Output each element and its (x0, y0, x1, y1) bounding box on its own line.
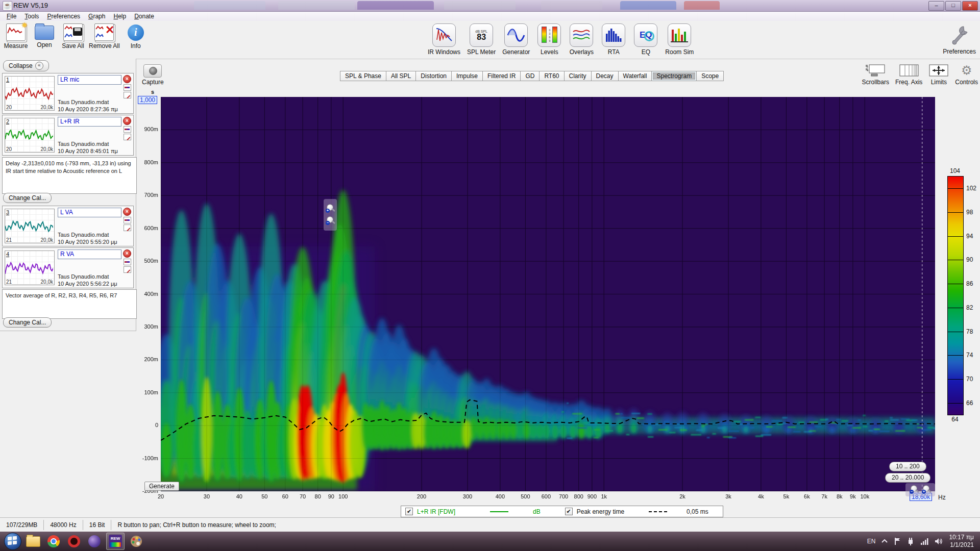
scrollbars-button[interactable]: Scrollbars (862, 64, 889, 86)
menu-donate[interactable]: Donate (131, 12, 158, 20)
taskbar-explorer-button[interactable] (24, 533, 42, 549)
menu-preferences[interactable]: Preferences (43, 12, 84, 20)
colorbar-tick-label: 94 (966, 233, 973, 240)
menu-graph[interactable]: Graph (85, 12, 109, 20)
menu-help[interactable]: Help (110, 12, 130, 20)
network-signal-icon[interactable] (920, 538, 928, 545)
power-plug-icon[interactable] (907, 537, 914, 545)
y-tick-label: 600m (144, 225, 158, 231)
tab-gd[interactable]: GD (521, 71, 540, 81)
colorbar-tick (948, 332, 963, 332)
controls-button[interactable]: ⚙ Controls (955, 64, 978, 86)
measurement-name-field[interactable]: LR mic (58, 75, 121, 85)
tab-spl-phase[interactable]: SPL & Phase (340, 71, 386, 81)
save-all-icon (63, 23, 83, 41)
tab-rt60[interactable]: RT60 (540, 71, 564, 81)
measurement-delete-button[interactable]: × (123, 75, 131, 83)
zoom-out-icon[interactable]: − (910, 485, 919, 494)
zoom-in-icon[interactable]: + (922, 485, 931, 494)
menu-tools[interactable]: Tools (21, 12, 42, 20)
action-center-flag-icon[interactable] (894, 537, 901, 545)
open-folder-icon (35, 26, 54, 40)
range-20-20000-button[interactable]: 20 .. 20.000 (885, 473, 930, 483)
open-button[interactable]: Open (32, 23, 57, 49)
spl-meter-button[interactable]: dB SPL 83 SPL Meter (467, 23, 496, 56)
taskbar-paint-button[interactable] (128, 533, 145, 549)
change-cal-button[interactable]: Change Cal... (3, 317, 52, 328)
measurement-number: 1 (6, 77, 9, 83)
remove-all-button[interactable]: ✕ Remove All (89, 23, 120, 49)
thumb-xmax-label: 20,0k (41, 146, 53, 152)
zoom-out-icon[interactable]: − (326, 216, 335, 226)
clock[interactable]: 10:17 πμ1/1/2021 (949, 534, 974, 549)
levels-button[interactable]: 0369 Levels (536, 23, 562, 56)
eq-button[interactable]: EQ EQ (633, 23, 658, 56)
x-tick-label: 70 (300, 493, 306, 499)
measure-button[interactable]: ✷ Measure (3, 23, 29, 49)
measurement-name-field[interactable]: R VA (58, 249, 121, 259)
rta-button[interactable]: RTA (601, 23, 626, 56)
generator-icon (504, 23, 528, 47)
maximize-button[interactable]: □ (945, 1, 961, 11)
colorbar-max-label: 104 (947, 167, 963, 174)
measurement-card-2[interactable]: 2 20 20,0k L+R IR × Taus Dynaudio.mdat 1… (2, 115, 134, 156)
volume-icon[interactable] (935, 538, 943, 545)
rew-application-window: ☕ REW V5,19 – □ × File Tools Preferences… (0, 0, 980, 551)
tab-clarity[interactable]: Clarity (565, 71, 592, 81)
y-tick-label: 900m (144, 126, 158, 132)
series2-checkbox[interactable]: ✔ (565, 508, 573, 515)
zoom-in-icon[interactable]: + (326, 204, 335, 213)
title-bar[interactable]: ☕ REW V5,19 – □ × (0, 0, 980, 12)
freq-axis-button[interactable]: Freq. Axis (895, 64, 922, 86)
measurement-card-3[interactable]: 3 21 20,0k L VA × Taus Dynaudio.mdat 10 … (2, 206, 134, 246)
preferences-button[interactable]: Preferences (943, 23, 976, 55)
limits-button[interactable]: Limits (928, 64, 949, 86)
tab-all-spl[interactable]: All SPL (386, 71, 416, 81)
tab-scope[interactable]: Scope (697, 71, 723, 81)
taskbar-rew-button[interactable]: REW (106, 533, 125, 550)
eq-icon: EQ (634, 23, 657, 47)
generator-button[interactable]: Generator (502, 23, 530, 56)
tab-waterfall[interactable]: Waterfall (619, 71, 652, 81)
ir-windows-button[interactable]: IR Windows (428, 23, 460, 56)
minimize-button[interactable]: – (928, 1, 944, 11)
capture-button[interactable]: Capture (142, 64, 164, 86)
save-all-button[interactable]: Save All (60, 23, 86, 49)
toolbar: ✷ Measure Open Save All ✕ Rem (0, 21, 980, 59)
background-window-tab (541, 1, 602, 10)
change-cal-button[interactable]: Change Cal... (3, 193, 52, 203)
start-button[interactable] (4, 533, 21, 550)
measurement-card-4[interactable]: 4 21 20,0k R VA × Taus Dynaudio.mdat 10 … (2, 247, 134, 288)
overlays-button[interactable]: Overlays (569, 23, 594, 56)
measurement-card-1[interactable]: 1 20 20,0k LR mic × Taus Dynaudio.mdat 1… (2, 73, 134, 114)
taskbar-chrome-button[interactable] (45, 533, 62, 549)
measurement-name-field[interactable]: L VA (58, 208, 121, 217)
language-indicator[interactable]: EN (867, 538, 876, 545)
measurement-notes[interactable]: Vector average of R, R2, R3, R4, R5, R6,… (2, 289, 137, 319)
series1-checkbox[interactable]: ✔ (405, 508, 413, 515)
tab-impulse[interactable]: Impulse (452, 71, 483, 81)
close-button[interactable]: × (962, 1, 978, 11)
x-tick-label: 80 (315, 493, 321, 499)
tray-expand-icon[interactable] (881, 539, 888, 543)
tab-spectrogram[interactable]: Spectrogram (652, 71, 697, 81)
measurement-name-field[interactable]: L+R IR (58, 117, 121, 127)
generate-button[interactable]: Generate (144, 482, 179, 491)
info-button[interactable]: i Info (123, 23, 149, 49)
tab-distortion[interactable]: Distortion (416, 71, 452, 81)
taskbar-opera-button[interactable] (65, 533, 83, 549)
range-10-200-button[interactable]: 10 .. 200 (889, 462, 926, 471)
hint-message: R button to pan; Ctrl+R button to measur… (111, 520, 282, 530)
room-sim-button[interactable]: Room Sim (665, 23, 694, 56)
measurement-notes[interactable]: Delay -2,313±0,010 ms (-793 mm, -31,23 i… (2, 157, 137, 194)
y-axis-unit: s (151, 89, 154, 95)
menu-file[interactable]: File (3, 12, 20, 20)
limits-icon (928, 64, 949, 77)
tab-filtered-ir[interactable]: Filtered IR (483, 71, 521, 81)
tab-decay[interactable]: Decay (592, 71, 619, 81)
taskbar-browser-button[interactable] (86, 533, 103, 549)
measurement-trace-icon[interactable] (124, 84, 131, 91)
collapse-panel-button[interactable]: Collapse« (3, 60, 49, 71)
spectrogram-plot[interactable]: + − (161, 97, 935, 491)
x-tick-label: 1k (601, 493, 607, 499)
